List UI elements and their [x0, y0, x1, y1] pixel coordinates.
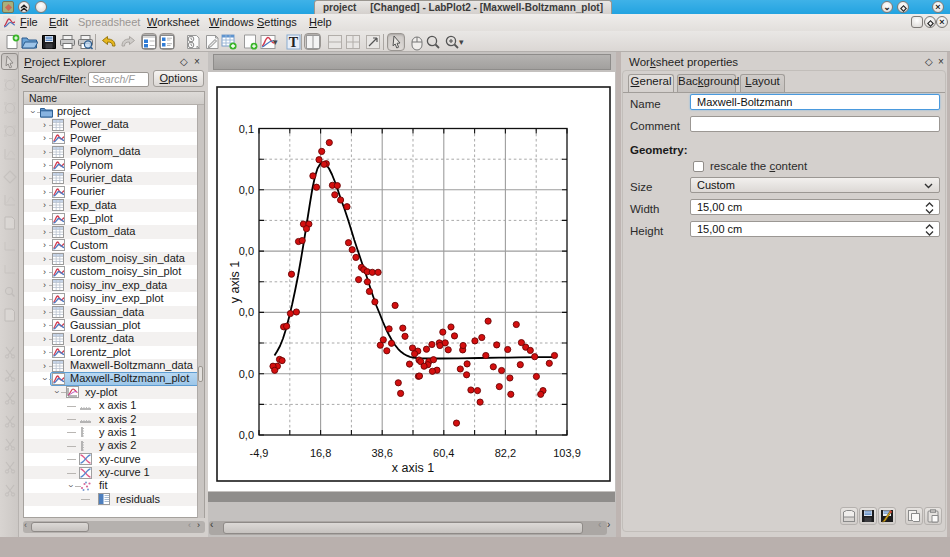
- svg-text:82,2: 82,2: [495, 447, 516, 459]
- svg-text:0,0: 0,0: [239, 306, 254, 318]
- svg-text:0,1: 0,1: [239, 123, 254, 135]
- svg-text:16,8: 16,8: [310, 447, 331, 459]
- svg-text:60,4: 60,4: [433, 447, 454, 459]
- svg-text:y axis 1: y axis 1: [228, 261, 242, 303]
- svg-text:38,6: 38,6: [371, 447, 392, 459]
- svg-text:103,9: 103,9: [553, 447, 581, 459]
- svg-text:0,0: 0,0: [239, 245, 254, 257]
- svg-text:-4,9: -4,9: [250, 447, 269, 459]
- svg-text:T: T: [288, 35, 298, 50]
- svg-text:0,0: 0,0: [239, 184, 254, 196]
- svg-text:0,0: 0,0: [239, 429, 254, 441]
- svg-text:0,0: 0,0: [239, 368, 254, 380]
- svg-text:x axis 1: x axis 1: [392, 461, 434, 475]
